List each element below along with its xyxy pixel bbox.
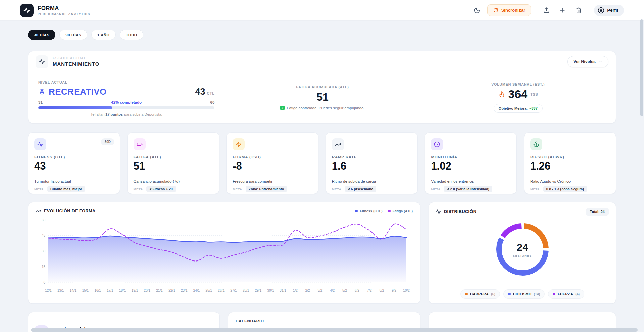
divider xyxy=(34,176,114,176)
svg-text:10/2: 10/2 xyxy=(403,289,410,292)
legend-pill-carrera: CARRERA(6) xyxy=(460,289,500,299)
level-progress-fill xyxy=(38,106,112,109)
delete-button[interactable] xyxy=(573,5,584,16)
meta-badge: 0.8 - 1.3 (Zona Segura) xyxy=(543,186,587,192)
svg-text:4/2: 4/2 xyxy=(330,289,335,292)
svg-text:26/1: 26/1 xyxy=(218,289,225,292)
battery-icon xyxy=(137,141,143,147)
fatigue-label: FATIGA ACUMULADA (ATL) xyxy=(296,85,349,89)
metric-cards-row: 30D FITNESS (CTL) 43 Tu motor físico act… xyxy=(28,132,616,194)
activity-icon xyxy=(436,209,441,215)
progress-label: 42% completado xyxy=(58,100,194,104)
meta-badge: < 2.0 (Varía la intensidad) xyxy=(444,186,492,192)
level-label: NIVEL ACTUAL xyxy=(38,80,214,84)
vertical-scrollbar-thumb[interactable] xyxy=(640,19,643,116)
metric-icon-box xyxy=(431,138,443,150)
activity-icon xyxy=(37,141,43,147)
svg-text:22/1: 22/1 xyxy=(168,289,175,292)
divider xyxy=(332,176,411,176)
meta-label: META: xyxy=(34,187,45,191)
total-badge: Total: 24 xyxy=(586,208,609,216)
svg-text:60: 60 xyxy=(42,218,46,222)
metric-card-ramp-rate: RAMP RATE 1.6 Ritmo de subida de carga M… xyxy=(326,132,418,194)
level-hint: Te faltan 17 puntos para subir a Deporti… xyxy=(38,112,214,116)
legend-pill-ciclismo: CICLISMO(14) xyxy=(503,289,545,299)
sync-label: Sincronizar xyxy=(501,8,525,13)
metric-title: FITNESS (CTL) xyxy=(34,155,114,159)
zap-icon xyxy=(236,141,242,147)
svg-text:30: 30 xyxy=(42,249,46,253)
meta-badge: Cuanto más, mejor xyxy=(47,186,85,192)
meta-label: META: xyxy=(233,187,243,191)
chevron-down-icon xyxy=(598,59,603,64)
chart-legend: Fitness (CTL) Fatiga (ATL) xyxy=(355,209,413,213)
metric-card-fitness: 30D FITNESS (CTL) 43 Tu motor físico act… xyxy=(28,132,120,194)
metric-value: 1.26 xyxy=(530,160,610,172)
horizontal-scrollbar-thumb[interactable] xyxy=(31,328,638,332)
metric-title: MONOTONÍA xyxy=(431,155,510,159)
divider xyxy=(134,176,213,176)
svg-text:9/2: 9/2 xyxy=(392,289,396,292)
user-circle-icon xyxy=(598,7,604,14)
divider xyxy=(431,176,510,176)
tab-90-dias[interactable]: 90 DÍAS xyxy=(59,30,87,40)
meta-badge: < 6 pts/semana xyxy=(345,186,377,192)
fatigue-panel: FATIGA ACUMULADA (ATL) 51 ✓ Fatiga contr… xyxy=(225,72,420,123)
fatigue-value: 51 xyxy=(316,91,329,103)
check-icon: ✓ xyxy=(280,106,285,110)
legend-pill-fuerza: FUERZA(4) xyxy=(548,289,584,299)
metric-title: RAMP RATE xyxy=(332,155,411,159)
profile-button[interactable]: Perfil xyxy=(594,5,624,16)
meta-label: META: xyxy=(134,187,144,191)
toolbar-divider xyxy=(536,6,536,14)
evolution-chart-title: EVOLUCIÓN DE FORMA xyxy=(44,209,95,214)
app-subtitle: PERFORMANCE ANALYTICS xyxy=(38,12,90,16)
svg-text:20/1: 20/1 xyxy=(144,289,151,292)
metric-title: RIESGO (ACWR) xyxy=(530,155,610,159)
svg-text:27/1: 27/1 xyxy=(230,289,237,292)
export-button[interactable] xyxy=(541,5,552,16)
flame-icon xyxy=(498,91,505,98)
metric-card-forma: FORMA (TSB) -8 Frescura para competir ME… xyxy=(226,132,318,194)
svg-text:0: 0 xyxy=(43,281,45,284)
trash-icon xyxy=(576,7,582,13)
metric-desc: Variedad en los entrenos xyxy=(431,179,510,183)
metric-desc: Tu motor físico actual xyxy=(34,179,114,183)
svg-text:6/2: 6/2 xyxy=(355,289,359,292)
calendar-title: CALENDARIO xyxy=(236,319,413,323)
sync-button[interactable]: Sincronizar xyxy=(487,4,531,16)
svg-text:13/1: 13/1 xyxy=(57,289,64,292)
metric-desc: Frescura para competir xyxy=(233,179,312,183)
svg-text:2/2: 2/2 xyxy=(305,289,310,292)
donut-total: 24 xyxy=(517,242,528,253)
meta-label: META: xyxy=(530,187,541,191)
legend-dot-fatiga xyxy=(388,210,391,212)
donut-chart: 24 SESIONES xyxy=(493,220,552,279)
svg-text:16/1: 16/1 xyxy=(94,289,101,292)
legend-label-fatiga: Fatiga (ATL) xyxy=(393,209,413,213)
metric-icon-box xyxy=(332,138,344,150)
dark-mode-toggle[interactable] xyxy=(471,5,483,16)
svg-text:3/2: 3/2 xyxy=(317,289,322,292)
metric-card-riesgo: RIESGO (ACWR) 1.26 Ratio Agudo vs Crónic… xyxy=(524,132,616,194)
tab-1-ano[interactable]: 1 AÑO xyxy=(91,30,116,40)
svg-text:31/1: 31/1 xyxy=(280,289,286,292)
fatigue-note: ✓ Fatiga controlada. Puedes seguir empuj… xyxy=(280,106,364,110)
activity-icon xyxy=(23,7,30,14)
meta-badge: < Fitness + 20 xyxy=(146,186,176,192)
metric-icon-box xyxy=(134,138,146,150)
svg-text:28/1: 28/1 xyxy=(243,289,249,292)
tab-30-dias[interactable]: 30 DÍAS xyxy=(28,30,55,40)
metric-value: 43 xyxy=(34,160,114,172)
time-range-filters: 30 DÍAS 90 DÍAS 1 AÑO TODO xyxy=(28,30,143,40)
evolution-line-chart: 01530456012/113/114/115/116/117/118/119/… xyxy=(36,215,413,296)
level-panel: NIVEL ACTUAL RECREATIVO 43 CTL 31 42% co… xyxy=(28,72,225,123)
volume-target-badge: Objetivo Mejora: ~337 xyxy=(494,104,543,113)
view-levels-button[interactable]: Ver Niveles xyxy=(567,56,608,67)
svg-text:29/1: 29/1 xyxy=(255,289,262,292)
add-button[interactable] xyxy=(557,5,568,16)
clock-icon xyxy=(434,141,440,147)
trending-up-icon xyxy=(36,208,41,214)
meta-label: META: xyxy=(332,187,343,191)
tab-todo[interactable]: TODO xyxy=(120,30,143,40)
